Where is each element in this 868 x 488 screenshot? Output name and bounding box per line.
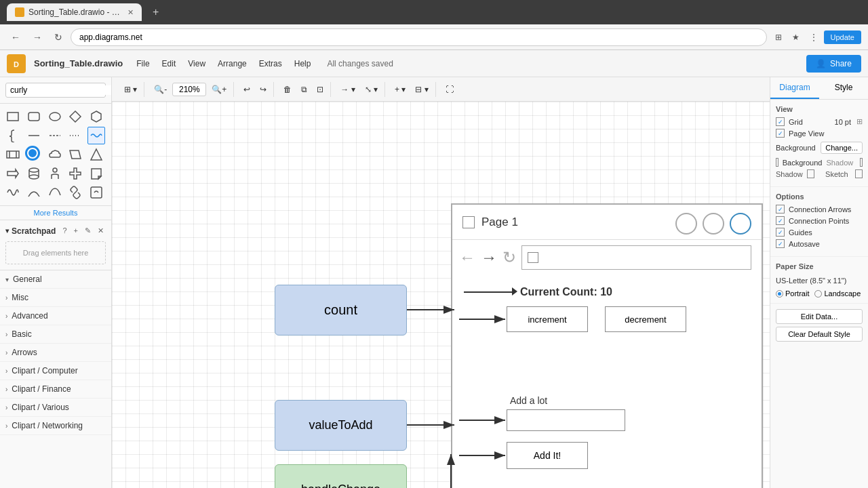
- tab-close-btn[interactable]: ✕: [127, 8, 134, 17]
- tab-diagram[interactable]: Diagram: [770, 77, 819, 99]
- shape-diamond[interactable]: [66, 108, 84, 125]
- section-clipart-networking-header[interactable]: › Clipart / Networking: [0, 417, 111, 434]
- scratchpad-edit-btn[interactable]: ✎: [83, 226, 93, 236]
- insert-btn[interactable]: + ▾: [391, 82, 410, 97]
- shape-custom[interactable]: [87, 184, 105, 201]
- shape-triangle[interactable]: [87, 146, 105, 163]
- shape-search-input[interactable]: [10, 85, 112, 95]
- connection-points-checkbox[interactable]: [776, 216, 785, 225]
- section-arrows-header[interactable]: › Arrows: [0, 344, 111, 361]
- shape-dashed-line[interactable]: [46, 127, 64, 144]
- scratchpad-add-btn[interactable]: +: [72, 226, 80, 236]
- shape-rect[interactable]: [4, 108, 22, 125]
- shape-parallelogram[interactable]: [66, 146, 84, 163]
- decrement-btn[interactable]: decrement: [605, 306, 686, 332]
- delete-btn[interactable]: 🗑: [279, 82, 296, 97]
- shape-rect-rounded[interactable]: [25, 108, 43, 125]
- arrow-right-nav[interactable]: →: [481, 248, 497, 267]
- edit-data-btn[interactable]: Edit Data...: [776, 309, 863, 324]
- shape-arrow-right[interactable]: [4, 165, 22, 182]
- shape-cylinder[interactable]: [25, 165, 43, 182]
- section-clipart-computer-header[interactable]: › Clipart / Computer: [0, 362, 111, 380]
- arrow-left-nav[interactable]: ←: [459, 248, 475, 267]
- browser-tab[interactable]: Sorting_Table.drawio - draw.io ✕: [7, 3, 142, 21]
- table-btn[interactable]: ⊟ ▾: [411, 82, 432, 97]
- scratchpad-help-btn[interactable]: ?: [60, 226, 68, 236]
- shape-arc[interactable]: [46, 184, 64, 201]
- shadow-checkbox[interactable]: [860, 158, 863, 167]
- guides-checkbox[interactable]: [776, 228, 785, 237]
- landscape-radio[interactable]: Landscape: [814, 289, 861, 298]
- menu-btn[interactable]: ⋮: [806, 30, 821, 45]
- add-it-btn[interactable]: Add It!: [507, 442, 588, 469]
- shape-curly-line[interactable]: [87, 127, 105, 144]
- menu-help[interactable]: Help: [289, 56, 317, 71]
- increment-btn[interactable]: increment: [507, 306, 588, 332]
- tab-style[interactable]: Style: [819, 77, 868, 99]
- shape-ellipse[interactable]: [46, 108, 64, 125]
- update-btn[interactable]: Update: [824, 30, 861, 44]
- shape-link[interactable]: [66, 184, 84, 201]
- reload-btn[interactable]: ↻: [50, 29, 66, 45]
- more-results-btn[interactable]: More Results: [0, 206, 111, 220]
- extensions-btn[interactable]: ⊞: [771, 30, 786, 45]
- view-menu-btn[interactable]: ⊞ ▾: [120, 82, 141, 97]
- menu-arrange[interactable]: Arrange: [212, 56, 252, 71]
- share-button[interactable]: 👤 Share: [806, 55, 861, 73]
- value-to-add-state-box[interactable]: valueToAdd: [275, 400, 407, 451]
- shape-curly-brace[interactable]: [4, 127, 22, 144]
- paste-btn[interactable]: ⊡: [313, 82, 328, 97]
- sketch-checkbox[interactable]: [855, 169, 863, 178]
- scratchpad-close-btn[interactable]: ✕: [96, 226, 106, 236]
- forward-btn[interactable]: →: [28, 29, 46, 45]
- connection-style-btn[interactable]: → ▾: [336, 82, 359, 97]
- shape-cloud[interactable]: [46, 146, 64, 163]
- waypoint-btn[interactable]: ⤡ ▾: [361, 82, 382, 97]
- bg-color-checkbox[interactable]: [776, 158, 778, 167]
- redo-btn[interactable]: ↪: [256, 82, 271, 97]
- shape-process[interactable]: [4, 146, 22, 163]
- menu-extras[interactable]: Extras: [254, 56, 288, 71]
- count-state-box[interactable]: count: [275, 285, 407, 336]
- shape-dotted-line[interactable]: [66, 127, 84, 144]
- canvas-area[interactable]: Page 1 ← → ↻: [112, 102, 770, 488]
- shape-hexagon[interactable]: [87, 108, 105, 125]
- background-change-btn[interactable]: Change...: [821, 142, 863, 154]
- page-view-checkbox[interactable]: [776, 129, 785, 138]
- section-basic-header[interactable]: › Basic: [0, 325, 111, 343]
- back-btn[interactable]: ←: [7, 29, 24, 45]
- zoom-out-btn[interactable]: 🔍-: [150, 82, 171, 97]
- shadow-checkbox2[interactable]: [807, 169, 814, 178]
- menu-file[interactable]: File: [131, 56, 155, 71]
- grid-checkbox[interactable]: [776, 117, 785, 126]
- zoom-in-btn[interactable]: 🔍+: [208, 82, 231, 97]
- value-input-box[interactable]: [507, 409, 625, 431]
- section-clipart-finance-header[interactable]: › Clipart / Finance: [0, 380, 111, 398]
- star-btn[interactable]: ★: [789, 30, 804, 45]
- zoom-display[interactable]: 210%: [172, 83, 206, 96]
- section-clipart-various-header[interactable]: › Clipart / Various: [0, 399, 111, 416]
- scratchpad-collapse-icon[interactable]: ▾: [5, 227, 9, 235]
- connection-arrows-checkbox[interactable]: [776, 205, 785, 214]
- clear-default-style-btn[interactable]: Clear Default Style: [776, 327, 863, 342]
- shape-note[interactable]: [87, 165, 105, 182]
- shape-cross[interactable]: [66, 165, 84, 182]
- shape-circle[interactable]: [25, 146, 40, 161]
- handle-change-state-box[interactable]: handleChange: [275, 464, 407, 488]
- address-bar[interactable]: [71, 28, 767, 46]
- new-tab-btn[interactable]: +: [147, 3, 164, 21]
- refresh-nav[interactable]: ↻: [502, 248, 516, 267]
- menu-view[interactable]: View: [182, 56, 211, 71]
- portrait-radio[interactable]: Portrait: [776, 289, 809, 298]
- fullscreen-btn[interactable]: ⛶: [441, 82, 458, 97]
- shape-wave[interactable]: [4, 184, 22, 201]
- nav-search-field[interactable]: [521, 245, 751, 270]
- shape-curve[interactable]: [25, 184, 43, 201]
- shape-line[interactable]: [25, 127, 43, 144]
- undo-btn[interactable]: ↩: [239, 82, 254, 97]
- copy-btn[interactable]: ⧉: [297, 82, 311, 97]
- section-general-header[interactable]: ▾ General: [0, 270, 111, 288]
- section-advanced-header[interactable]: › Advanced: [0, 307, 111, 325]
- menu-edit[interactable]: Edit: [157, 56, 182, 71]
- shape-person[interactable]: [46, 165, 64, 182]
